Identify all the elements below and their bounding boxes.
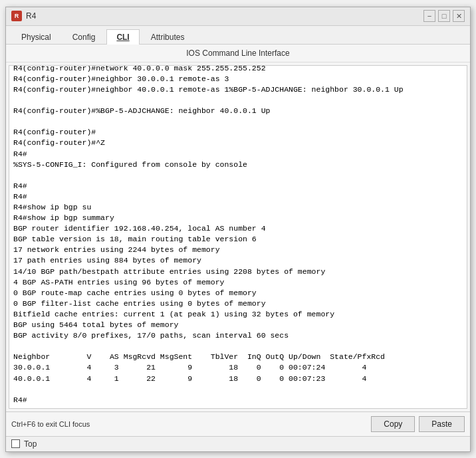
tab-attributes[interactable]: Attributes [141, 29, 195, 45]
copy-button[interactable]: Copy [371, 416, 415, 432]
title-bar-left: R R4 [11, 11, 36, 21]
section-title: IOS Command Line Interface [6, 45, 470, 62]
top-label: Top [24, 439, 37, 449]
tab-cli[interactable]: CLI [106, 29, 139, 45]
app-icon: R [11, 11, 22, 21]
tab-config[interactable]: Config [62, 29, 106, 45]
close-button[interactable]: ✕ [453, 10, 465, 22]
tab-physical[interactable]: Physical [11, 29, 61, 45]
paste-button[interactable]: Paste [419, 416, 465, 432]
window-title: R4 [26, 11, 36, 21]
minimize-button[interactable]: − [423, 10, 435, 22]
title-bar: R R4 − □ ✕ [6, 7, 470, 26]
action-buttons: Copy Paste [371, 416, 465, 432]
cli-container: R4(config)#router bgp 4 R4(config-router… [9, 65, 467, 409]
window-controls: − □ ✕ [423, 10, 465, 22]
maximize-button[interactable]: □ [438, 10, 450, 22]
footer-bar: Top [6, 436, 470, 451]
cli-output[interactable]: R4(config)#router bgp 4 R4(config-router… [9, 66, 467, 408]
main-window: R R4 − □ ✕ Physical Config CLI Attribute… [5, 7, 471, 452]
cli-hint: Ctrl+F6 to exit CLI focus [11, 420, 90, 428]
bottom-action-bar: Ctrl+F6 to exit CLI focus Copy Paste [6, 411, 470, 436]
tab-bar: Physical Config CLI Attributes [6, 26, 470, 45]
top-checkbox[interactable] [11, 439, 20, 448]
